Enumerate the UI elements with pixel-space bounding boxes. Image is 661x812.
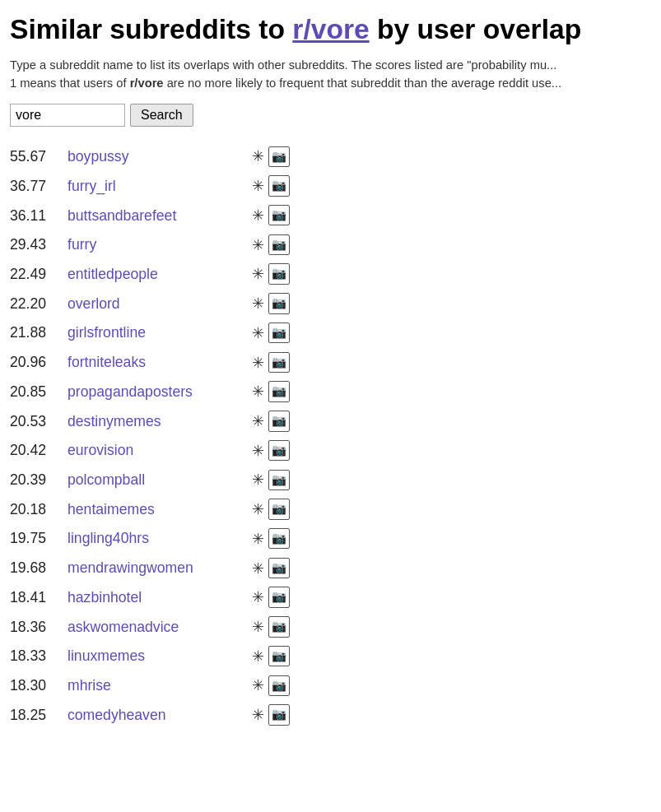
result-score: 18.41: [10, 587, 67, 608]
search-button[interactable]: Search: [130, 104, 193, 127]
image-icon[interactable]: 📷: [268, 175, 290, 196]
result-subreddit-link[interactable]: lingling40hrs: [67, 527, 249, 549]
cluster-icon[interactable]: ✳: [252, 145, 264, 168]
result-subreddit-link[interactable]: boypussy: [67, 146, 249, 167]
image-icon[interactable]: 📷: [268, 440, 290, 461]
image-icon[interactable]: 📷: [268, 352, 290, 373]
cluster-icon[interactable]: ✳: [252, 174, 264, 197]
result-icons: ✳📷: [252, 380, 290, 403]
result-score: 19.75: [10, 527, 67, 549]
subreddit-link[interactable]: r/vore: [292, 14, 369, 44]
image-icon[interactable]: 📷: [268, 675, 290, 696]
result-subreddit-link[interactable]: linuxmemes: [67, 645, 249, 666]
result-subreddit-link[interactable]: askwomenadvice: [67, 616, 249, 638]
list-item: 36.77furry_irl✳📷: [10, 171, 651, 201]
result-subreddit-link[interactable]: comedyheaven: [67, 704, 249, 726]
result-subreddit-link[interactable]: entitledpeople: [67, 263, 249, 285]
result-subreddit-link[interactable]: eurovision: [67, 439, 249, 461]
result-subreddit-link[interactable]: buttsandbarefeet: [67, 205, 249, 226]
cluster-icon[interactable]: ✳: [252, 439, 264, 462]
image-icon[interactable]: 📷: [268, 499, 290, 519]
cluster-icon[interactable]: ✳: [252, 498, 264, 521]
image-icon[interactable]: 📷: [268, 234, 290, 255]
cluster-icon[interactable]: ✳: [252, 351, 264, 374]
cluster-icon[interactable]: ✳: [252, 586, 264, 609]
result-score: 22.49: [10, 263, 67, 285]
image-icon[interactable]: 📷: [268, 528, 290, 549]
list-item: 19.75lingling40hrs✳📷: [10, 524, 651, 554]
search-bar: Search: [10, 104, 651, 127]
image-icon[interactable]: 📷: [268, 411, 290, 431]
result-subreddit-link[interactable]: furry_irl: [67, 175, 249, 197]
result-icons: ✳📷: [252, 645, 290, 668]
result-score: 21.88: [10, 322, 67, 343]
result-score: 36.11: [10, 205, 67, 226]
list-item: 29.43furry✳📷: [10, 230, 651, 260]
image-icon[interactable]: 📷: [268, 646, 290, 666]
result-icons: ✳📷: [252, 262, 290, 285]
result-subreddit-link[interactable]: hazbinhotel: [67, 587, 249, 608]
result-icons: ✳📷: [252, 586, 290, 609]
result-subreddit-link[interactable]: girlsfrontline: [67, 322, 249, 343]
result-icons: ✳📷: [252, 527, 290, 550]
cluster-icon[interactable]: ✳: [252, 234, 264, 257]
image-icon[interactable]: 📷: [268, 146, 290, 167]
image-icon[interactable]: 📷: [268, 293, 290, 313]
page-title: Similar subreddits to r/vore by user ove…: [10, 13, 651, 46]
search-input[interactable]: [10, 104, 125, 127]
result-score: 18.36: [10, 616, 67, 638]
result-score: 19.68: [10, 557, 67, 578]
cluster-icon[interactable]: ✳: [252, 292, 264, 315]
result-subreddit-link[interactable]: fortniteleaks: [67, 351, 249, 373]
image-icon[interactable]: 📷: [268, 470, 290, 490]
bold-subreddit: r/vore: [130, 77, 164, 90]
result-score: 55.67: [10, 146, 67, 167]
result-icons: ✳📷: [252, 145, 290, 168]
result-score: 20.18: [10, 499, 67, 520]
image-icon[interactable]: 📷: [268, 263, 290, 284]
result-score: 29.43: [10, 234, 67, 255]
image-icon[interactable]: 📷: [268, 704, 290, 725]
result-subreddit-link[interactable]: furry: [67, 234, 249, 255]
image-icon[interactable]: 📷: [268, 322, 290, 343]
result-icons: ✳📷: [252, 292, 290, 315]
result-subreddit-link[interactable]: hentaimemes: [67, 499, 249, 520]
result-icons: ✳📷: [252, 234, 290, 257]
result-subreddit-link[interactable]: mendrawingwomen: [67, 557, 249, 578]
result-score: 20.53: [10, 411, 67, 432]
image-icon[interactable]: 📷: [268, 205, 290, 225]
image-icon[interactable]: 📷: [268, 587, 290, 607]
cluster-icon[interactable]: ✳: [252, 410, 264, 433]
image-icon[interactable]: 📷: [268, 381, 290, 401]
cluster-icon[interactable]: ✳: [252, 703, 264, 726]
cluster-icon[interactable]: ✳: [252, 322, 264, 345]
result-subreddit-link[interactable]: mhrise: [67, 675, 249, 696]
result-icons: ✳📷: [252, 351, 290, 374]
list-item: 18.41hazbinhotel✳📷: [10, 582, 651, 612]
image-icon[interactable]: 📷: [268, 616, 290, 637]
cluster-icon[interactable]: ✳: [252, 645, 264, 668]
list-item: 19.68mendrawingwomen✳📷: [10, 554, 651, 583]
result-subreddit-link[interactable]: overlord: [67, 293, 249, 314]
result-subreddit-link[interactable]: propagandaposters: [67, 381, 249, 402]
list-item: 20.18hentaimemes✳📷: [10, 494, 651, 524]
cluster-icon[interactable]: ✳: [252, 527, 264, 550]
result-subreddit-link[interactable]: destinymemes: [67, 411, 249, 432]
cluster-icon[interactable]: ✳: [252, 262, 264, 285]
result-score: 20.85: [10, 381, 67, 402]
cluster-icon[interactable]: ✳: [252, 380, 264, 403]
cluster-icon[interactable]: ✳: [252, 204, 264, 227]
cluster-icon[interactable]: ✳: [252, 615, 264, 638]
list-item: 20.42eurovision✳📷: [10, 436, 651, 466]
list-item: 18.33linuxmemes✳📷: [10, 642, 651, 671]
cluster-icon[interactable]: ✳: [252, 468, 264, 491]
cluster-icon[interactable]: ✳: [252, 557, 264, 580]
result-icons: ✳📷: [252, 174, 290, 197]
result-subreddit-link[interactable]: polcompball: [67, 469, 249, 490]
cluster-icon[interactable]: ✳: [252, 674, 264, 697]
list-item: 20.96fortniteleaks✳📷: [10, 348, 651, 378]
image-icon[interactable]: 📷: [268, 558, 290, 578]
list-item: 21.88girlsfrontline✳📷: [10, 318, 651, 348]
result-score: 20.96: [10, 351, 67, 373]
list-item: 18.30mhrise✳📷: [10, 670, 651, 700]
